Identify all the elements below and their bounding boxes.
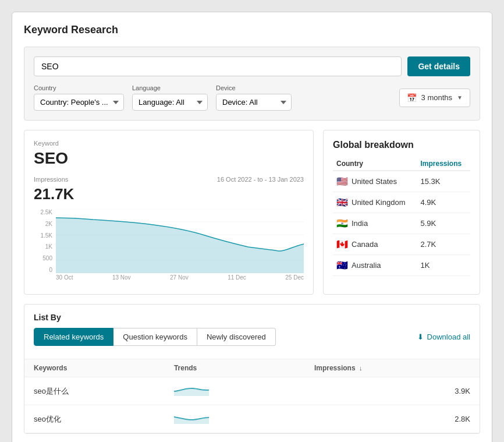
keyword-row: seo优化 2.8K [24,405,480,433]
tab-question-keywords[interactable]: Question keywords [113,328,197,346]
get-details-button[interactable]: Get details [407,56,470,76]
breakdown-row: 🇦🇺 Australia 1K [333,255,470,276]
impressions-value: 21.7K [34,185,304,203]
flag-icon: 🇮🇳 [336,218,348,229]
breakdown-impressions-cell: 1K [417,255,470,276]
tab-related-keywords[interactable]: Related keywords [34,328,113,346]
download-icon: ⬇ [417,333,424,341]
device-filter-group: Device Device: All [216,84,292,111]
list-section: List By Related keywords Question keywor… [24,304,480,434]
download-label: Download all [427,333,470,341]
chart-svg-container [56,209,304,273]
language-select[interactable]: Language: All [132,94,208,111]
trend-sparkline [174,411,209,425]
keyword-cell: seo是什么 [24,377,165,405]
keywords-col-header: Keywords [24,359,165,377]
breakdown-country-header: Country [333,157,417,171]
date-range-label: 3 months [421,93,452,102]
calendar-icon: 📅 [407,93,417,102]
language-filter-group: Language Language: All [132,84,208,111]
download-all-button[interactable]: ⬇ Download all [417,333,470,341]
sort-icon: ↓ [359,365,363,372]
flag-icon: 🇬🇧 [336,197,348,208]
top-section: Get details Country Country: People's ..… [24,47,480,121]
filters-row: Country Country: People's ... Language L… [34,84,470,111]
breakdown-row: 🇺🇸 United States 15.3K [333,171,470,192]
breakdown-country-cell: 🇬🇧 United Kingdom [333,192,417,213]
country-label: Country [34,84,124,91]
keyword-card: Keyword SEO Impressions 16 Oct 2022 - to… [24,130,314,295]
tab-newly-discovered[interactable]: Newly discovered [197,328,276,346]
tabs-row: Related keywords Question keywords Newly… [34,328,276,346]
search-input[interactable] [34,56,402,76]
breakdown-card: Global breakdown Country Impressions 🇺🇸 … [323,130,480,295]
trend-cell [165,377,305,405]
list-tabs-download-row: Related keywords Question keywords Newly… [24,328,480,353]
impressions-cell: 3.9K [305,377,480,405]
impressions-col-header: Impressions ↓ [305,359,480,377]
list-by-header: List By [24,305,480,322]
device-select[interactable]: Device: All [216,94,292,111]
list-by-title: List By [34,313,470,322]
chevron-down-icon: ▼ [457,94,463,101]
breakdown-impressions-cell: 4.9K [417,192,470,213]
breakdown-country-cell: 🇮🇳 India [333,213,417,234]
breakdown-table: Country Impressions 🇺🇸 United States 15.… [333,157,470,276]
country-name: United States [352,177,397,186]
impressions-chart: 2.5K 2K 1.5K 1K 500 0 [34,209,304,285]
page-title: Keyword Research [24,24,480,36]
breakdown-impressions-cell: 2.7K [417,234,470,255]
country-name: Australia [352,261,381,270]
flag-icon: 🇺🇸 [336,176,348,187]
impressions-cell: 2.8K [305,405,480,433]
country-name: Canada [352,240,378,249]
country-name: United Kingdom [352,198,406,207]
chart-date-range: 16 Oct 2022 - to - 13 Jan 2023 [217,176,304,183]
breakdown-impressions-header: Impressions [417,157,470,171]
keyword-label: Keyword [34,140,304,147]
trend-cell [165,405,305,433]
chart-y-axis: 2.5K 2K 1.5K 1K 500 0 [34,209,55,273]
breakdown-row: 🇨🇦 Canada 2.7K [333,234,470,255]
breakdown-country-cell: 🇨🇦 Canada [333,234,417,255]
device-label: Device [216,84,292,91]
flag-icon: 🇦🇺 [336,260,348,271]
keywords-table: Keywords Trends Impressions ↓ seo是什么 3.9… [24,359,480,433]
chart-x-axis: 30 Oct 13 Nov 27 Nov 11 Dec 25 Dec [56,274,304,285]
language-label: Language [132,84,208,91]
main-content: Keyword SEO Impressions 16 Oct 2022 - to… [24,130,480,295]
country-filter-group: Country Country: People's ... [34,84,124,111]
trend-sparkline [174,383,209,397]
breakdown-country-cell: 🇺🇸 United States [333,171,417,192]
keyword-value: SEO [34,149,304,168]
breakdown-title: Global breakdown [333,140,470,150]
breakdown-country-cell: 🇦🇺 Australia [333,255,417,276]
country-name: India [352,219,368,228]
breakdown-impressions-cell: 15.3K [417,171,470,192]
page-container: Keyword Research Get details Country Cou… [12,12,492,442]
date-range-button[interactable]: 📅 3 months ▼ [399,89,470,107]
breakdown-scroll[interactable]: Country Impressions 🇺🇸 United States 15.… [333,157,470,276]
keyword-row: seo是什么 3.9K [24,377,480,405]
breakdown-row: 🇮🇳 India 5.9K [333,213,470,234]
country-select[interactable]: Country: People's ... [34,94,124,111]
flag-icon: 🇨🇦 [336,239,348,250]
keyword-cell: seo优化 [24,405,165,433]
search-row: Get details [34,56,470,76]
breakdown-row: 🇬🇧 United Kingdom 4.9K [333,192,470,213]
trends-col-header: Trends [165,359,305,377]
breakdown-impressions-cell: 5.9K [417,213,470,234]
impressions-label: Impressions [34,176,68,183]
impressions-header-row: Impressions 16 Oct 2022 - to - 13 Jan 20… [34,176,304,183]
